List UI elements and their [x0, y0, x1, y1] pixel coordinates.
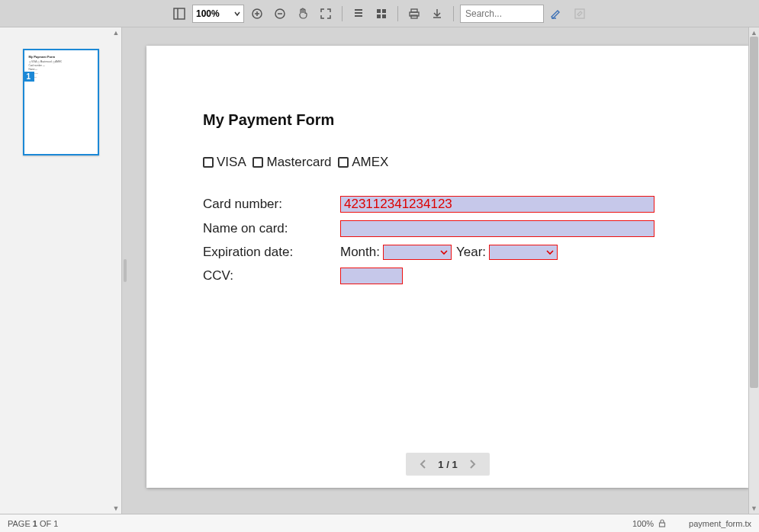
year-label: Year: — [456, 245, 486, 260]
page-navigator: 1 / 1 — [406, 453, 490, 476]
svg-rect-19 — [660, 523, 665, 527]
svg-rect-12 — [377, 14, 381, 18]
scroll-up-icon[interactable]: ▲ — [751, 29, 757, 37]
toolbar: 100% — [0, 0, 759, 27]
toolbar-separator — [342, 6, 343, 21]
next-page-button[interactable] — [468, 460, 476, 469]
checkbox-mastercard[interactable] — [252, 157, 263, 168]
page-title: My Payment Form — [203, 111, 693, 129]
scrollbar-thumb[interactable] — [750, 37, 758, 388]
svg-rect-10 — [377, 9, 381, 13]
zoom-out-button[interactable] — [270, 4, 290, 24]
scroll-up-icon[interactable]: ▲ — [113, 29, 120, 37]
card-number-label: Card number: — [203, 197, 340, 212]
expiration-label: Expiration date: — [203, 245, 340, 260]
vertical-scrollbar[interactable]: ▲ ▼ — [748, 27, 759, 514]
zoom-select[interactable]: 100% — [192, 5, 244, 23]
month-label: Month: — [340, 245, 380, 260]
checkbox-visa[interactable] — [203, 157, 214, 168]
thumbnail-page-number: 1 — [23, 72, 35, 82]
single-page-button[interactable] — [349, 4, 368, 24]
checkbox-amex[interactable] — [338, 157, 349, 168]
pan-button[interactable] — [293, 4, 313, 24]
svg-rect-0 — [174, 8, 185, 19]
chevron-down-icon — [440, 248, 448, 256]
chevron-down-icon — [546, 248, 554, 256]
thumbnail-pane: My Payment Form ▢ VISA ▢ Mastercard ▢ AM… — [0, 27, 122, 514]
card-number-field[interactable]: 423112341234123 — [340, 196, 654, 213]
status-zoom: 100% — [632, 519, 654, 528]
year-select[interactable] — [489, 245, 558, 260]
scroll-down-icon[interactable]: ▼ — [113, 505, 120, 512]
document-page: My Payment Form VISA Mastercard AMEX Car… — [146, 46, 748, 488]
download-button[interactable] — [427, 4, 447, 24]
zoom-value: 100% — [196, 8, 220, 19]
svg-rect-13 — [382, 14, 386, 18]
grid-view-button[interactable] — [371, 4, 391, 24]
svg-rect-18 — [575, 9, 584, 18]
month-select[interactable] — [383, 245, 452, 260]
chevron-down-icon — [234, 11, 240, 17]
status-bar: PAGE 1 OF 1 100% payment_form.tx — [0, 514, 759, 532]
name-on-card-field[interactable] — [340, 220, 654, 237]
document-viewport: My Payment Form VISA Mastercard AMEX Car… — [128, 27, 748, 514]
main-area: My Payment Form ▢ VISA ▢ Mastercard ▢ AM… — [0, 27, 759, 514]
page-indicator: 1 / 1 — [438, 459, 457, 470]
ccv-field[interactable] — [340, 268, 403, 284]
svg-rect-11 — [382, 9, 386, 13]
toolbar-separator — [453, 6, 454, 21]
sign-button[interactable] — [547, 4, 567, 24]
scroll-down-icon[interactable]: ▼ — [751, 505, 757, 512]
splitter-handle[interactable] — [122, 27, 128, 514]
page-thumbnail[interactable]: My Payment Form ▢ VISA ▢ Mastercard ▢ AM… — [23, 49, 99, 155]
fullscreen-button[interactable] — [316, 4, 336, 24]
page-status: PAGE 1 OF 1 — [8, 519, 58, 528]
search-input[interactable] — [460, 5, 544, 23]
print-button[interactable] — [404, 4, 424, 24]
zoom-in-button[interactable] — [247, 4, 267, 24]
toolbar-separator — [397, 6, 398, 21]
ccv-label: CCV: — [203, 268, 340, 284]
edit-button[interactable] — [570, 4, 590, 24]
checkbox-mastercard-label: Mastercard — [266, 155, 331, 169]
name-on-card-label: Name on card: — [203, 221, 340, 236]
card-type-checkboxes: VISA Mastercard AMEX — [203, 155, 693, 170]
checkbox-visa-label: VISA — [217, 155, 246, 169]
svg-rect-16 — [411, 15, 417, 18]
checkbox-amex-label: AMEX — [352, 155, 388, 169]
prev-page-button[interactable] — [420, 460, 427, 469]
lock-icon — [658, 519, 666, 527]
sidebar-toggle-button[interactable] — [169, 4, 189, 24]
status-filename: payment_form.tx — [689, 519, 751, 528]
thumbnail-scrollbar[interactable]: ▲ ▼ — [111, 27, 121, 514]
